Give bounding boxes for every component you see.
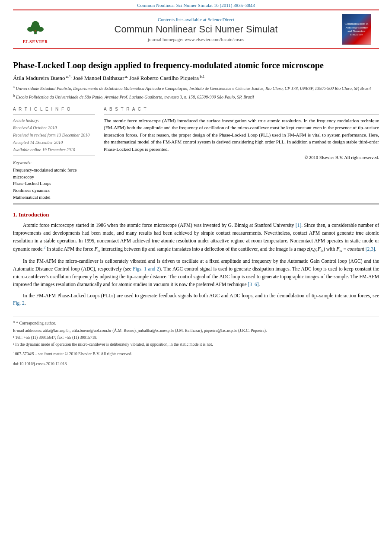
body-text: 1. Introduction Atomic force microscopy … [13, 210, 379, 307]
elsevier-logo-area: ELSEVIER [18, 15, 53, 44]
authors-line: Átila Madureira Bueno a,*, José Manoel B… [13, 74, 379, 82]
divider-abstract-top [104, 114, 379, 115]
footnote-1: ¹ Tel.: +55 (11) 30915647; fax: +55 (11)… [13, 334, 379, 341]
article-info-label: A R T I C L E I N F O [13, 107, 95, 111]
svg-point-2 [27, 27, 34, 32]
affiliations: a Universidade Estadual Paulista, Depart… [13, 84, 379, 100]
svg-point-3 [37, 27, 44, 32]
elsevier-tree-icon [22, 19, 48, 35]
journal-cover: Communications in Nonlinear Science and … [339, 14, 374, 45]
svg-point-4 [32, 21, 39, 27]
abstract-column: A B S T R A C T The atomic force microsc… [104, 107, 379, 201]
footnote-star-sym: ⁎ [13, 319, 15, 324]
ref-3-6: [3–6] [248, 282, 259, 287]
keyword-2: Phase-Locked Loops [13, 180, 95, 187]
article-meta-section: A R T I C L E I N F O Article history: R… [13, 107, 379, 201]
available-date: Available online 19 December 2010 [13, 146, 95, 153]
ref-fig-2: Fig. 2 [13, 300, 25, 306]
affil-a-text: Universidade Estadual Paulista, Departam… [16, 86, 371, 91]
emails-text: atila@lac.usp.br, atila.bueno@uol.com.br… [43, 328, 267, 333]
ref-figs-1-2: Figs. 1 and 2 [133, 266, 159, 271]
journal-header: ELSEVIER Contents lists available at Sci… [13, 10, 379, 49]
divider-body-top [13, 204, 379, 204]
ref-1: [1] [296, 223, 301, 228]
keyword-3: Nonlinear dynamics [13, 187, 95, 194]
section1-heading: 1. Introduction [13, 210, 379, 219]
affiliation-a: a Universidade Estadual Paulista, Depart… [13, 84, 379, 92]
keywords-section: Keywords: Frequency-modulated atomic for… [13, 159, 95, 201]
author1: Átila Madureira Bueno [13, 75, 65, 81]
footnote-emails: E-mail addresses: atila@lac.usp.br, atil… [13, 328, 379, 334]
keyword-4: Mathematical model [13, 194, 95, 201]
revised-date: Received in revised form 13 December 201… [13, 132, 95, 138]
author3: José Roberto Castilho Piqueira [129, 75, 199, 81]
author2-sup: a, [124, 74, 128, 79]
keywords-label: Keywords: [13, 159, 95, 166]
affil-b-text: Escola Politécnica da Universidade de Sã… [16, 95, 254, 99]
keyword-1: Frequency-modulated atomic force microsc… [13, 167, 95, 181]
doi-line: doi:10.1016/j.cnsns.2010.12.018 [13, 361, 379, 367]
body-paragraph-2: In the FM-AFM the micro-cantilever is de… [13, 258, 379, 288]
accepted-date: Accepted 14 December 2010 [13, 139, 95, 146]
divider-info-top [13, 114, 95, 115]
header-center: Contents lists available at ScienceDirec… [57, 17, 335, 42]
main-content: Phase-Locked Loop design applied to freq… [13, 49, 379, 367]
abstract-text: The atomic force microscope (AFM) introd… [104, 117, 379, 153]
journal-citation: Commun Nonlinear Sci Numer Simulat 16 (2… [0, 0, 392, 10]
journal-homepage: journal homepage: www.elsevier.com/locat… [57, 37, 335, 42]
email-label: E-mail addresses: [13, 328, 42, 333]
received-date: Received 4 October 2010 [13, 124, 95, 131]
author2: José Manoel Balthazar [73, 75, 124, 81]
copyright-line: © 2010 Elsevier B.V. All rights reserved… [104, 155, 379, 160]
affiliation-b: b Escola Politécnica da Universidade de … [13, 93, 379, 100]
footnote-star-text: * Corresponding author. [16, 321, 56, 325]
affil-b-label: b [13, 93, 15, 98]
footnote-area: ⁎ * Corresponding author. E-mail address… [13, 316, 379, 367]
footnote-ref-2: 2 [44, 245, 46, 249]
divider-info-mid [13, 156, 95, 156]
elsevier-text: ELSEVIER [23, 39, 48, 44]
abstract-label: A B S T R A C T [104, 107, 379, 111]
article-history-label: Article history: [13, 117, 95, 124]
footnote-2: ² In the dynamic mode of operation the m… [13, 341, 379, 347]
paper-title: Phase-Locked Loop design applied to freq… [13, 60, 379, 71]
footnote-star: ⁎ * Corresponding author. [13, 319, 379, 326]
article-info-column: A R T I C L E I N F O Article history: R… [13, 107, 95, 201]
ref-2-3: [2,3] [366, 246, 375, 252]
journal-title: Commun Nonlinear Sci Numer Simulat [57, 24, 335, 35]
journal-cover-image: Communications in Nonlinear Science and … [342, 14, 371, 45]
svg-point-5 [35, 30, 36, 32]
issn-line: 1007-5704/$ – see front matter © 2010 El… [13, 351, 379, 357]
body-paragraph-3: In the FM-AFM Phase-Locked Loops (PLLs) … [13, 292, 379, 308]
sciencedirect-link[interactable]: Contents lists available at ScienceDirec… [57, 17, 335, 22]
author3-sup: b,1 [199, 74, 205, 79]
body-paragraph-1: Atomic force microscopy started in 1986 … [13, 222, 379, 254]
elsevier-logo [19, 15, 52, 38]
author1-sup: a,*, [65, 74, 72, 79]
divider-top [13, 103, 379, 103]
affil-a-label: a [13, 85, 15, 89]
